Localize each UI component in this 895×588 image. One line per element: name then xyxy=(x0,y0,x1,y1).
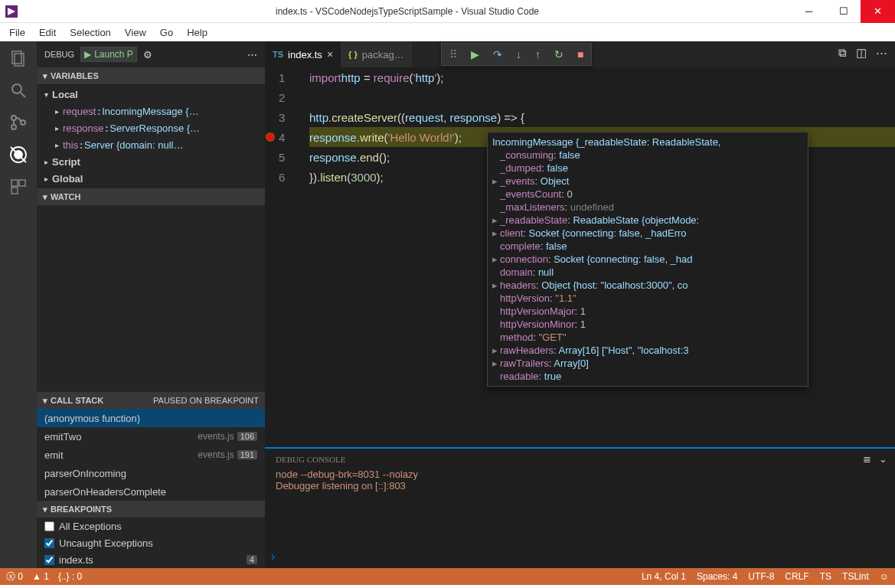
extensions-icon[interactable] xyxy=(8,176,29,198)
hover-prop[interactable]: httpVersionMinor: 1 xyxy=(492,318,803,331)
compare-icon[interactable]: ⧉ xyxy=(838,46,847,60)
hover-prop[interactable]: ▸rawHeaders: Array[16] ["Host", "localho… xyxy=(492,344,803,357)
svg-point-5 xyxy=(11,116,16,120)
breakpoint-checkbox[interactable] xyxy=(44,538,54,548)
tab-package-json[interactable]: { } packag… xyxy=(341,41,412,67)
scope-global[interactable]: ▸Global xyxy=(37,170,265,187)
breakpoint-row[interactable]: index.ts4 xyxy=(37,551,265,568)
debug-icon[interactable] xyxy=(8,144,29,165)
callstack-frame[interactable]: (anonymous function) xyxy=(37,409,265,427)
console-prompt-icon[interactable]: › xyxy=(271,550,275,564)
watch-header[interactable]: ▾ WATCH xyxy=(37,188,265,205)
clear-console-icon[interactable]: ≣ xyxy=(863,453,871,465)
explorer-icon[interactable] xyxy=(8,47,29,69)
code-line[interactable] xyxy=(309,87,895,107)
code-editor[interactable]: 123456 import http = require('http');htt… xyxy=(265,67,895,447)
callstack-frame[interactable]: emitTwoevents.js106 xyxy=(37,427,265,446)
variables-header[interactable]: ▾ VARIABLES xyxy=(37,67,265,84)
restart-button[interactable]: ↻ xyxy=(554,48,563,60)
hover-prop[interactable]: method: "GET" xyxy=(492,331,803,344)
warnings-badge[interactable]: ▲ 1 xyxy=(32,571,49,582)
scope-script[interactable]: ▸Script xyxy=(37,153,265,170)
window-titlebar: index.ts - VSCodeNodejsTypeScriptSample … xyxy=(0,0,895,23)
svg-line-4 xyxy=(21,93,25,97)
menu-selection[interactable]: Selection xyxy=(64,25,116,40)
hover-prop[interactable]: complete: false xyxy=(492,240,803,253)
step-out-button[interactable]: ↑ xyxy=(535,48,541,60)
editor-area: TS index.ts × { } packag… ⠿ ▶ ↷ ↓ ↑ ↻ ■ … xyxy=(265,41,895,568)
chevron-down-icon: ▾ xyxy=(43,396,47,406)
braces-status[interactable]: {..} : 0 xyxy=(58,571,82,582)
start-debug-button[interactable]: ▶ Launch P xyxy=(80,47,137,62)
hover-prop[interactable]: ▸rawTrailers: Array[0] xyxy=(492,357,803,370)
errors-badge[interactable]: ⓧ 0 xyxy=(6,570,23,583)
continue-button[interactable]: ▶ xyxy=(471,48,479,60)
menu-go[interactable]: Go xyxy=(154,25,179,40)
hover-prop[interactable]: _maxListeners: undefined xyxy=(492,201,803,214)
svg-point-6 xyxy=(11,125,16,129)
menu-view[interactable]: View xyxy=(119,25,152,40)
code-line[interactable]: import http = require('http'); xyxy=(309,67,895,87)
maximize-button[interactable]: ☐ xyxy=(826,0,861,23)
hover-prop[interactable]: ▸connection: Socket {connecting: false, … xyxy=(492,253,803,266)
step-over-button[interactable]: ↷ xyxy=(493,48,502,60)
menu-file[interactable]: File xyxy=(3,25,31,40)
breakpoint-dot-icon[interactable] xyxy=(266,133,274,141)
hover-prop[interactable]: _eventsCount: 0 xyxy=(492,188,803,201)
debug-action-bar[interactable]: ⠿ ▶ ↷ ↓ ↑ ↻ ■ xyxy=(441,43,592,66)
var-request[interactable]: ▸request: IncomingMessage {… xyxy=(37,103,265,119)
cursor-position[interactable]: Ln 4, Col 1 xyxy=(642,571,686,582)
debug-hover-tooltip[interactable]: IncomingMessage {_readableState: Readabl… xyxy=(487,132,808,387)
callstack-frame[interactable]: emitevents.js191 xyxy=(37,446,265,464)
close-icon[interactable]: × xyxy=(327,48,333,60)
step-into-button[interactable]: ↓ xyxy=(516,48,521,60)
debug-console[interactable]: DEBUG CONSOLE node --debug-brk=8031 --no… xyxy=(265,447,895,568)
indent-status[interactable]: Spaces: 4 xyxy=(697,571,737,582)
var-this[interactable]: ▸this: Server {domain: null… xyxy=(37,136,265,153)
hover-prop[interactable]: httpVersionMajor: 1 xyxy=(492,305,803,318)
breakpoint-checkbox[interactable] xyxy=(44,521,54,531)
split-editor-icon[interactable]: ◫ xyxy=(856,46,867,60)
search-icon[interactable] xyxy=(8,80,29,101)
feedback-icon[interactable]: ☺ xyxy=(880,571,889,582)
close-button[interactable]: ✕ xyxy=(861,0,895,23)
menu-help[interactable]: Help xyxy=(181,25,214,40)
scm-icon[interactable] xyxy=(8,112,29,133)
more-icon[interactable]: ⋯ xyxy=(876,46,887,60)
tab-index-ts[interactable]: TS index.ts × xyxy=(265,41,341,67)
eol-status[interactable]: CRLF xyxy=(785,571,808,582)
hover-prop[interactable]: readable: true xyxy=(492,370,803,383)
callstack-header[interactable]: ▾ CALL STACK PAUSED ON BREAKPOINT xyxy=(37,392,265,409)
debug-config-gear-icon[interactable]: ⚙ xyxy=(143,49,152,60)
code-line[interactable]: http.createServer((request, response) =>… xyxy=(309,107,895,127)
lint-status[interactable]: TSLint xyxy=(842,571,869,582)
breakpoint-row[interactable]: All Exceptions xyxy=(37,518,265,534)
encoding-status[interactable]: UTF-8 xyxy=(748,571,774,582)
callstack-frame[interactable]: parserOnIncoming xyxy=(37,464,265,482)
minimize-button[interactable]: ─ xyxy=(792,0,826,23)
hover-prop[interactable]: domain: null xyxy=(492,266,803,279)
scope-local[interactable]: ▾Local xyxy=(37,86,265,103)
hover-prop[interactable]: _consuming: false xyxy=(492,149,803,162)
stop-button[interactable]: ■ xyxy=(577,48,583,60)
callstack-frame[interactable]: parserOnHeadersComplete xyxy=(37,482,265,501)
breakpoint-checkbox[interactable] xyxy=(44,555,54,565)
menu-edit[interactable]: Edit xyxy=(33,25,62,40)
chevron-down-icon: ▾ xyxy=(43,71,47,81)
svg-rect-11 xyxy=(11,180,18,186)
hover-prop[interactable]: ▸_events: Object xyxy=(492,175,803,188)
language-status[interactable]: TS xyxy=(820,571,831,582)
svg-rect-13 xyxy=(11,188,18,194)
drag-handle-icon[interactable]: ⠿ xyxy=(449,48,457,60)
hover-prop[interactable]: ▸_readableState: ReadableState {objectMo… xyxy=(492,214,803,227)
hover-prop[interactable]: ▸client: Socket {connecting: false, _had… xyxy=(492,227,803,240)
hover-prop[interactable]: ▸headers: Object {host: "localhost:3000"… xyxy=(492,279,803,292)
debug-more-icon[interactable]: ⋯ xyxy=(247,49,257,60)
hover-prop[interactable]: _dumped: false xyxy=(492,162,803,175)
breakpoint-row[interactable]: Uncaught Exceptions xyxy=(37,534,265,551)
hover-prop[interactable]: httpVersion: "1.1" xyxy=(492,292,803,305)
collapse-console-icon[interactable]: ⌄ xyxy=(879,453,887,465)
var-response[interactable]: ▸response: ServerResponse {… xyxy=(37,119,265,136)
statusbar: ⓧ 0 ▲ 1 {..} : 0 Ln 4, Col 1 Spaces: 4 U… xyxy=(0,568,895,585)
breakpoints-header[interactable]: ▾ BREAKPOINTS xyxy=(37,501,265,518)
